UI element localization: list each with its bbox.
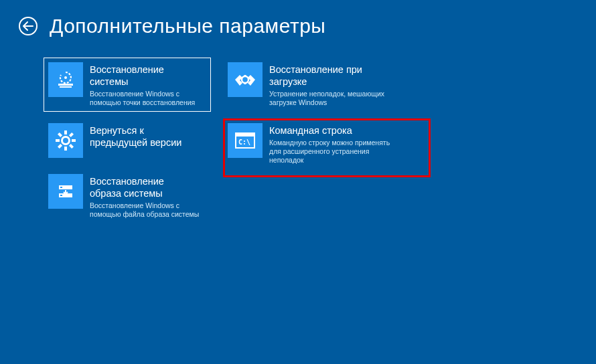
svg-rect-5 [64, 147, 67, 151]
tile-rollback[interactable]: Вернуться кпредыдущей версии [44, 118, 211, 163]
tile-text: Восстановление призагрузке Устранение не… [269, 62, 384, 107]
svg-rect-11 [69, 144, 74, 149]
tile-startup-repair[interactable]: Восстановление призагрузке Устранение не… [223, 58, 431, 112]
tile-title: Восстановлениеобраза системы [90, 175, 199, 199]
system-restore-icon [48, 62, 83, 97]
tile-desc: Восстановление Windows спомощью точки во… [90, 90, 195, 107]
tile-title: Командная строка [269, 124, 390, 136]
svg-rect-9 [58, 144, 62, 149]
command-prompt-icon: C:\ [228, 123, 263, 158]
tile-image-recovery[interactable]: Восстановлениеобраза системы Восстановле… [44, 169, 211, 223]
tile-text: Восстановлениеобраза системы Восстановле… [90, 174, 199, 219]
svg-rect-1 [60, 86, 72, 88]
svg-rect-18 [244, 82, 246, 84]
header: Дополнительные параметры [0, 0, 596, 37]
tile-desc: Восстановление Windows спомощью файла об… [90, 201, 199, 219]
svg-rect-6 [56, 139, 60, 142]
tile-title: Восстановлениесистемы [90, 64, 195, 88]
svg-rect-7 [72, 139, 76, 142]
column-left: Восстановлениесистемы Восстановление Win… [44, 58, 211, 230]
tile-text: Вернуться кпредыдущей версии [90, 123, 181, 151]
page-title: Дополнительные параметры [50, 15, 325, 37]
svg-point-16 [242, 76, 248, 83]
tile-text: Командная строка Командную строку можно … [269, 123, 390, 165]
svg-point-3 [62, 137, 70, 145]
tile-desc: Устранение неполадок, мешающихзагрузке W… [269, 90, 384, 107]
svg-rect-8 [69, 132, 74, 137]
tile-system-restore[interactable]: Восстановлениесистемы Восстановление Win… [44, 58, 211, 112]
svg-rect-15 [60, 195, 62, 196]
tile-desc: Командную строку можно применятьдля расш… [269, 139, 390, 165]
tile-text: Восстановлениесистемы Восстановление Win… [90, 62, 195, 107]
image-recovery-icon [48, 174, 83, 209]
startup-repair-icon [228, 62, 263, 97]
svg-rect-17 [244, 75, 246, 77]
svg-rect-0 [58, 84, 73, 86]
tile-title: Вернуться кпредыдущей версии [90, 124, 181, 149]
tile-grid: Восстановлениесистемы Восстановление Win… [0, 37, 596, 230]
gear-icon [48, 123, 83, 158]
tile-title: Восстановление призагрузке [269, 64, 384, 88]
svg-point-2 [64, 76, 67, 79]
svg-rect-10 [58, 132, 62, 137]
arrow-left-icon [23, 21, 33, 31]
svg-rect-4 [64, 130, 67, 134]
svg-rect-20 [236, 133, 254, 136]
column-right: Восстановление призагрузке Устранение не… [223, 58, 431, 230]
svg-rect-14 [60, 187, 62, 188]
back-button[interactable] [19, 17, 38, 35]
tile-command-prompt[interactable]: C:\ Командная строка Командную строку мо… [223, 118, 431, 177]
svg-text:C:\: C:\ [238, 139, 250, 146]
